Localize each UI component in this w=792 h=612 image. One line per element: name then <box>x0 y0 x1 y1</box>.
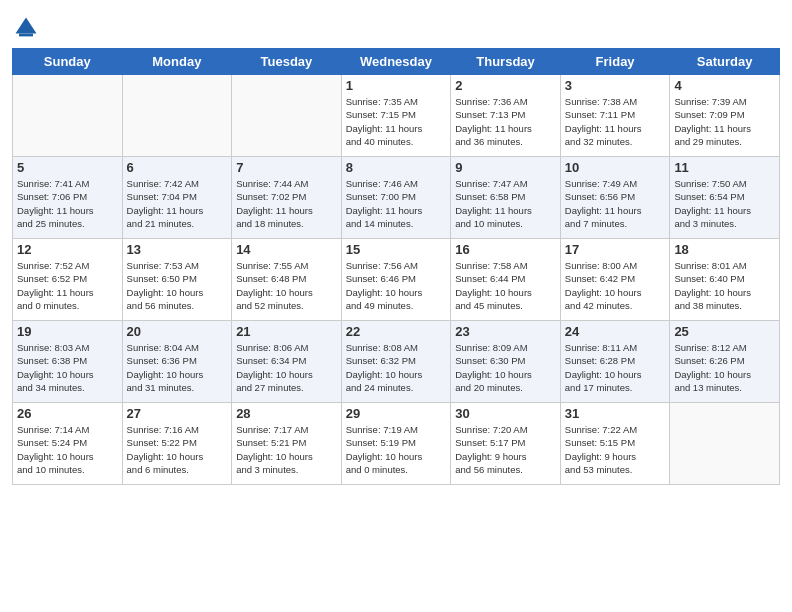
day-number: 25 <box>674 324 775 339</box>
day-info: Sunrise: 7:39 AM Sunset: 7:09 PM Dayligh… <box>674 95 775 148</box>
day-info: Sunrise: 7:14 AM Sunset: 5:24 PM Dayligh… <box>17 423 118 476</box>
calendar-cell: 18Sunrise: 8:01 AM Sunset: 6:40 PM Dayli… <box>670 239 780 321</box>
calendar-cell: 15Sunrise: 7:56 AM Sunset: 6:46 PM Dayli… <box>341 239 451 321</box>
header <box>12 10 780 42</box>
calendar-cell: 20Sunrise: 8:04 AM Sunset: 6:36 PM Dayli… <box>122 321 232 403</box>
calendar-cell: 11Sunrise: 7:50 AM Sunset: 6:54 PM Dayli… <box>670 157 780 239</box>
day-info: Sunrise: 7:35 AM Sunset: 7:15 PM Dayligh… <box>346 95 447 148</box>
weekday-header-friday: Friday <box>560 49 670 75</box>
day-number: 1 <box>346 78 447 93</box>
day-number: 2 <box>455 78 556 93</box>
calendar-cell: 12Sunrise: 7:52 AM Sunset: 6:52 PM Dayli… <box>13 239 123 321</box>
day-info: Sunrise: 7:16 AM Sunset: 5:22 PM Dayligh… <box>127 423 228 476</box>
logo <box>12 14 44 42</box>
day-number: 14 <box>236 242 337 257</box>
day-number: 9 <box>455 160 556 175</box>
day-number: 13 <box>127 242 228 257</box>
calendar-cell: 24Sunrise: 8:11 AM Sunset: 6:28 PM Dayli… <box>560 321 670 403</box>
day-info: Sunrise: 8:11 AM Sunset: 6:28 PM Dayligh… <box>565 341 666 394</box>
day-info: Sunrise: 7:50 AM Sunset: 6:54 PM Dayligh… <box>674 177 775 230</box>
day-number: 30 <box>455 406 556 421</box>
day-number: 26 <box>17 406 118 421</box>
day-info: Sunrise: 7:47 AM Sunset: 6:58 PM Dayligh… <box>455 177 556 230</box>
day-info: Sunrise: 8:06 AM Sunset: 6:34 PM Dayligh… <box>236 341 337 394</box>
day-info: Sunrise: 7:56 AM Sunset: 6:46 PM Dayligh… <box>346 259 447 312</box>
day-number: 28 <box>236 406 337 421</box>
weekday-header-saturday: Saturday <box>670 49 780 75</box>
day-number: 18 <box>674 242 775 257</box>
calendar-cell <box>122 75 232 157</box>
day-info: Sunrise: 8:08 AM Sunset: 6:32 PM Dayligh… <box>346 341 447 394</box>
day-number: 15 <box>346 242 447 257</box>
day-number: 17 <box>565 242 666 257</box>
calendar-cell: 7Sunrise: 7:44 AM Sunset: 7:02 PM Daylig… <box>232 157 342 239</box>
calendar-cell: 4Sunrise: 7:39 AM Sunset: 7:09 PM Daylig… <box>670 75 780 157</box>
day-info: Sunrise: 7:49 AM Sunset: 6:56 PM Dayligh… <box>565 177 666 230</box>
day-number: 27 <box>127 406 228 421</box>
day-number: 3 <box>565 78 666 93</box>
day-info: Sunrise: 8:03 AM Sunset: 6:38 PM Dayligh… <box>17 341 118 394</box>
day-info: Sunrise: 7:22 AM Sunset: 5:15 PM Dayligh… <box>565 423 666 476</box>
calendar-table: SundayMondayTuesdayWednesdayThursdayFrid… <box>12 48 780 485</box>
day-info: Sunrise: 8:00 AM Sunset: 6:42 PM Dayligh… <box>565 259 666 312</box>
day-info: Sunrise: 7:46 AM Sunset: 7:00 PM Dayligh… <box>346 177 447 230</box>
calendar-cell: 3Sunrise: 7:38 AM Sunset: 7:11 PM Daylig… <box>560 75 670 157</box>
day-number: 23 <box>455 324 556 339</box>
day-number: 19 <box>17 324 118 339</box>
day-number: 8 <box>346 160 447 175</box>
calendar-cell: 25Sunrise: 8:12 AM Sunset: 6:26 PM Dayli… <box>670 321 780 403</box>
calendar-cell: 30Sunrise: 7:20 AM Sunset: 5:17 PM Dayli… <box>451 403 561 485</box>
svg-rect-1 <box>19 34 33 37</box>
day-number: 22 <box>346 324 447 339</box>
day-info: Sunrise: 7:20 AM Sunset: 5:17 PM Dayligh… <box>455 423 556 476</box>
calendar-cell <box>670 403 780 485</box>
day-info: Sunrise: 7:42 AM Sunset: 7:04 PM Dayligh… <box>127 177 228 230</box>
calendar-cell: 29Sunrise: 7:19 AM Sunset: 5:19 PM Dayli… <box>341 403 451 485</box>
day-number: 6 <box>127 160 228 175</box>
page-container: SundayMondayTuesdayWednesdayThursdayFrid… <box>0 0 792 493</box>
weekday-header-row: SundayMondayTuesdayWednesdayThursdayFrid… <box>13 49 780 75</box>
calendar-cell: 21Sunrise: 8:06 AM Sunset: 6:34 PM Dayli… <box>232 321 342 403</box>
weekday-header-monday: Monday <box>122 49 232 75</box>
calendar-cell: 22Sunrise: 8:08 AM Sunset: 6:32 PM Dayli… <box>341 321 451 403</box>
calendar-cell: 6Sunrise: 7:42 AM Sunset: 7:04 PM Daylig… <box>122 157 232 239</box>
calendar-cell: 2Sunrise: 7:36 AM Sunset: 7:13 PM Daylig… <box>451 75 561 157</box>
day-number: 20 <box>127 324 228 339</box>
weekday-header-tuesday: Tuesday <box>232 49 342 75</box>
calendar-week-2: 5Sunrise: 7:41 AM Sunset: 7:06 PM Daylig… <box>13 157 780 239</box>
calendar-week-1: 1Sunrise: 7:35 AM Sunset: 7:15 PM Daylig… <box>13 75 780 157</box>
weekday-header-wednesday: Wednesday <box>341 49 451 75</box>
calendar-cell: 27Sunrise: 7:16 AM Sunset: 5:22 PM Dayli… <box>122 403 232 485</box>
calendar-cell: 8Sunrise: 7:46 AM Sunset: 7:00 PM Daylig… <box>341 157 451 239</box>
calendar-cell: 23Sunrise: 8:09 AM Sunset: 6:30 PM Dayli… <box>451 321 561 403</box>
day-number: 10 <box>565 160 666 175</box>
day-number: 16 <box>455 242 556 257</box>
day-info: Sunrise: 8:01 AM Sunset: 6:40 PM Dayligh… <box>674 259 775 312</box>
day-number: 7 <box>236 160 337 175</box>
day-info: Sunrise: 7:44 AM Sunset: 7:02 PM Dayligh… <box>236 177 337 230</box>
weekday-header-thursday: Thursday <box>451 49 561 75</box>
day-info: Sunrise: 7:19 AM Sunset: 5:19 PM Dayligh… <box>346 423 447 476</box>
calendar-cell: 1Sunrise: 7:35 AM Sunset: 7:15 PM Daylig… <box>341 75 451 157</box>
weekday-header-sunday: Sunday <box>13 49 123 75</box>
calendar-week-5: 26Sunrise: 7:14 AM Sunset: 5:24 PM Dayli… <box>13 403 780 485</box>
day-info: Sunrise: 7:53 AM Sunset: 6:50 PM Dayligh… <box>127 259 228 312</box>
day-info: Sunrise: 8:09 AM Sunset: 6:30 PM Dayligh… <box>455 341 556 394</box>
calendar-cell: 5Sunrise: 7:41 AM Sunset: 7:06 PM Daylig… <box>13 157 123 239</box>
calendar-cell: 10Sunrise: 7:49 AM Sunset: 6:56 PM Dayli… <box>560 157 670 239</box>
calendar-cell: 17Sunrise: 8:00 AM Sunset: 6:42 PM Dayli… <box>560 239 670 321</box>
day-info: Sunrise: 7:55 AM Sunset: 6:48 PM Dayligh… <box>236 259 337 312</box>
logo-icon <box>12 14 40 42</box>
calendar-cell: 14Sunrise: 7:55 AM Sunset: 6:48 PM Dayli… <box>232 239 342 321</box>
calendar-cell <box>232 75 342 157</box>
day-number: 4 <box>674 78 775 93</box>
calendar-cell: 19Sunrise: 8:03 AM Sunset: 6:38 PM Dayli… <box>13 321 123 403</box>
day-info: Sunrise: 8:04 AM Sunset: 6:36 PM Dayligh… <box>127 341 228 394</box>
svg-marker-0 <box>16 18 37 34</box>
day-info: Sunrise: 7:58 AM Sunset: 6:44 PM Dayligh… <box>455 259 556 312</box>
day-number: 5 <box>17 160 118 175</box>
day-number: 29 <box>346 406 447 421</box>
calendar-cell: 26Sunrise: 7:14 AM Sunset: 5:24 PM Dayli… <box>13 403 123 485</box>
day-number: 21 <box>236 324 337 339</box>
day-number: 31 <box>565 406 666 421</box>
